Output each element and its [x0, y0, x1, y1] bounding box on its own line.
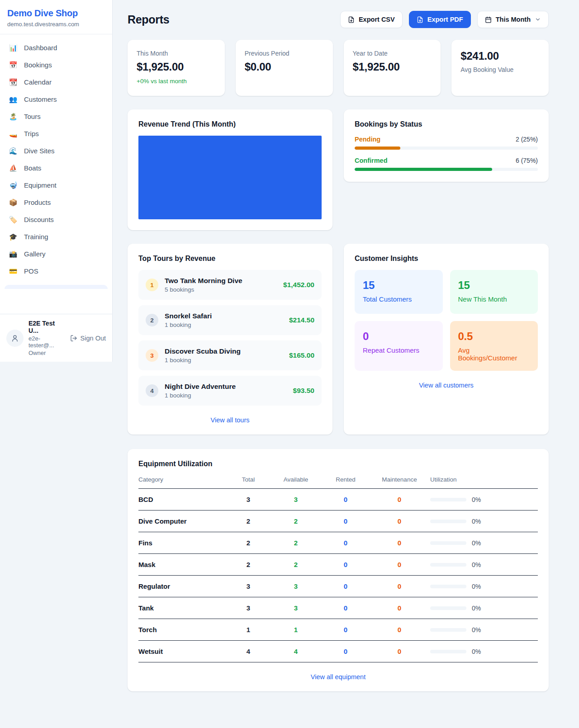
period-dropdown[interactable]: This Month — [477, 11, 549, 28]
equipment-available: 3 — [269, 604, 323, 612]
equipment-rented: 0 — [323, 539, 369, 547]
tour-name: Night Dive Adventure — [165, 383, 287, 391]
status-progress-track — [355, 168, 538, 171]
insight-tiles: 15 Total Customers 15 New This Month 0 R… — [355, 270, 538, 371]
sidebar-item-label: Customers — [24, 95, 57, 103]
shop-domain: demo.test.divestreams.com — [7, 21, 105, 28]
stat-value: $1,925.00 — [353, 61, 432, 73]
stat-card: Year to Date $1,925.00 — [344, 40, 441, 96]
equipment-utilization-cell: 0% — [430, 626, 538, 633]
rank-badge: 4 — [146, 384, 158, 397]
equipment-category: Mask — [138, 561, 228, 568]
tour-row: 3 Discover Scuba Diving 1 booking $165.0… — [138, 340, 322, 370]
export-csv-label: Export CSV — [359, 16, 395, 23]
tour-info: Two Tank Morning Dive 5 bookings — [165, 277, 277, 293]
export-pdf-button[interactable]: Export PDF — [409, 11, 471, 28]
sidebar-item-label: Dive Sites — [24, 147, 55, 155]
sidebar-item[interactable]: 📊 Dashboard — [4, 39, 109, 56]
sidebar-item[interactable]: 📸 Gallery — [4, 246, 109, 262]
sidebar-item[interactable]: 🎓 Training — [4, 228, 109, 245]
sidebar-item[interactable]: 📅 Bookings — [4, 57, 109, 73]
tour-bookings: 1 booking — [165, 357, 283, 364]
sidebar-item-label: Calendar — [24, 78, 52, 86]
insight-label: Total Customers — [363, 295, 435, 303]
page-title: Reports — [128, 13, 169, 26]
charts-row: Revenue Trend (This Month) Bookings by S… — [128, 109, 549, 230]
insight-tile: 0.5 Avg Bookings/Customer — [450, 321, 538, 371]
equipment-utilization-cell: 0% — [430, 561, 538, 568]
utilization-progress-track — [430, 498, 466, 501]
products-icon: 📦 — [8, 199, 18, 206]
page-header: Reports Export CSV Export PDF This Month — [128, 11, 549, 28]
utilization-progress-track — [430, 650, 466, 653]
sidebar-item[interactable]: 👥 Customers — [4, 91, 109, 108]
status-progress-fill — [355, 147, 400, 150]
utilization-progress-track — [430, 585, 466, 588]
equipment-rented: 0 — [323, 517, 369, 525]
equipment-row: BCD 3 3 0 0 0% — [138, 489, 538, 511]
dive-sites-icon: 🌊 — [8, 147, 18, 154]
sidebar-item[interactable]: 🌊 Dive Sites — [4, 142, 109, 159]
tour-revenue: $1,452.00 — [283, 281, 314, 289]
export-pdf-label: Export PDF — [427, 16, 463, 23]
export-csv-button[interactable]: Export CSV — [340, 11, 403, 28]
sidebar-item[interactable]: 🤿 Equipment — [4, 177, 109, 194]
sidebar-item[interactable]: ⛵ Boats — [4, 160, 109, 176]
sidebar-nav: 📊 Dashboard 📅 Bookings 📆 Calendar 👥 Cust… — [0, 34, 112, 314]
equipment-available: 2 — [269, 517, 323, 525]
tour-bookings: 1 booking — [165, 392, 287, 399]
person-icon — [11, 334, 19, 342]
revenue-trend-chart — [138, 136, 322, 219]
utilization-percent: 0% — [472, 648, 481, 655]
utilization-percent: 0% — [472, 561, 481, 568]
sidebar-item-label: Trips — [24, 130, 39, 137]
sidebar-item[interactable]: 📆 Calendar — [4, 74, 109, 90]
sidebar-item-label: Discounts — [24, 216, 54, 223]
view-all-customers-link[interactable]: View all customers — [419, 382, 474, 389]
utilization-percent: 0% — [472, 518, 481, 525]
sidebar-item[interactable]: 📦 Products — [4, 194, 109, 211]
equipment-maintenance: 0 — [369, 648, 430, 655]
view-all-tours-link[interactable]: View all tours — [211, 416, 250, 424]
sidebar-item[interactable]: 🚤 Trips — [4, 125, 109, 142]
utilization-percent: 0% — [472, 583, 481, 590]
sidebar-item[interactable]: 🏷️ Discounts — [4, 211, 109, 228]
sidebar-item[interactable]: 🏝️ Tours — [4, 108, 109, 125]
revenue-trend-card: Revenue Trend (This Month) — [128, 109, 332, 230]
equipment-available: 2 — [269, 539, 323, 547]
sidebar-item[interactable]: 💳 POS — [4, 263, 109, 279]
chevron-down-icon — [535, 16, 541, 23]
equipment-category: Fins — [138, 539, 228, 547]
main-content: Reports Export CSV Export PDF This Month… — [113, 0, 579, 725]
period-label: This Month — [496, 16, 531, 23]
customer-insights-title: Customer Insights — [355, 255, 538, 263]
status-progress-track — [355, 147, 538, 150]
utilization-progress-track — [430, 628, 466, 632]
stat-value: $241.00 — [460, 50, 540, 62]
sidebar-item-label: Gallery — [24, 250, 46, 258]
equipment-available: 1 — [269, 626, 323, 633]
tour-info: Discover Scuba Diving 1 booking — [165, 347, 283, 364]
boats-icon: ⛵ — [8, 165, 18, 171]
discounts-icon: 🏷️ — [8, 216, 18, 223]
equipment-maintenance: 0 — [369, 561, 430, 568]
equipment-row: Tank 3 3 0 0 0% — [138, 597, 538, 619]
tour-info: Snorkel Safari 1 booking — [165, 312, 283, 328]
column-utilization: Utilization — [430, 476, 538, 483]
equipment-total: 3 — [228, 582, 269, 590]
rank-badge: 2 — [146, 314, 158, 326]
sign-out-button[interactable]: Sign Out — [70, 335, 106, 342]
sidebar-item-label: Equipment — [24, 181, 57, 189]
utilization-percent: 0% — [472, 496, 481, 503]
sidebar-item-reports-partial[interactable] — [5, 285, 108, 289]
logout-icon — [70, 335, 77, 342]
equipment-available: 4 — [269, 648, 323, 655]
insight-tile: 15 Total Customers — [355, 270, 443, 314]
insight-label: New This Month — [458, 295, 530, 303]
sidebar: Demo Dive Shop demo.test.divestreams.com… — [0, 0, 113, 362]
calendar-icon — [485, 16, 492, 23]
view-all-equipment-link[interactable]: View all equipment — [311, 673, 365, 681]
customers-icon: 👥 — [8, 96, 18, 103]
user-footer: E2E Test U... e2e-tester@... Owner Sign … — [0, 314, 112, 362]
stat-card: Previous Period $0.00 — [236, 40, 333, 96]
